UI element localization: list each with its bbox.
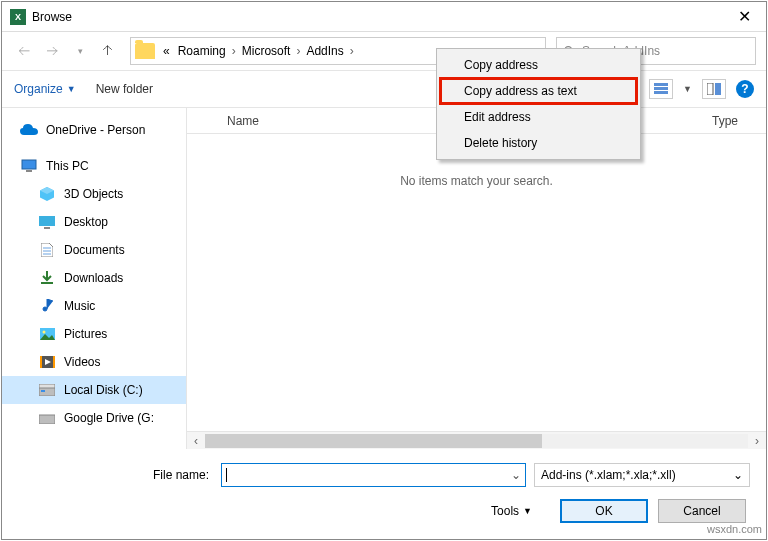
svg-rect-3 (654, 87, 668, 90)
recent-dropdown[interactable]: ▾ (68, 39, 92, 63)
cloud-icon (20, 122, 38, 138)
sidebar: OneDrive - Person This PC 3D Objects Des… (2, 108, 187, 449)
chevron-down-icon[interactable]: ⌄ (511, 468, 521, 482)
ctx-edit-address[interactable]: Edit address (440, 104, 637, 130)
footer: File name: ⌄ Add-ins (*.xlam;*.xla;*.xll… (2, 449, 766, 539)
scroll-track[interactable] (205, 434, 748, 448)
chevron-down-icon: ▼ (523, 506, 532, 516)
cancel-button[interactable]: Cancel (658, 499, 746, 523)
watermark: wsxdn.com (707, 523, 762, 535)
sidebar-desktop[interactable]: Desktop (2, 208, 186, 236)
drive-icon (38, 410, 56, 426)
svg-point-16 (42, 331, 45, 334)
tools-button[interactable]: Tools ▼ (491, 504, 532, 518)
scroll-left-icon[interactable]: ‹ (187, 434, 205, 448)
sidebar-videos[interactable]: Videos (2, 348, 186, 376)
titlebar: X Browse ✕ (2, 2, 766, 32)
view-mode-button[interactable] (649, 79, 673, 99)
filetype-filter[interactable]: Add-ins (*.xlam;*.xla;*.xll) ⌄ (534, 463, 750, 487)
svg-rect-22 (41, 390, 45, 392)
close-button[interactable]: ✕ (730, 3, 758, 31)
sidebar-thispc[interactable]: This PC (2, 152, 186, 180)
music-icon (38, 298, 56, 314)
svg-rect-7 (22, 160, 36, 169)
address-context-menu: Copy address Copy address as text Edit a… (436, 48, 641, 160)
chevron-down-icon[interactable]: ▼ (683, 84, 692, 94)
monitor-icon (20, 158, 38, 174)
window-title: Browse (32, 10, 730, 24)
chevron-down-icon: ▼ (67, 84, 76, 94)
browse-dialog: X Browse ✕ 🡠 🡢 ▾ 🡡 « Roaming › Microsoft… (1, 1, 767, 540)
scroll-right-icon[interactable]: › (748, 434, 766, 448)
svg-rect-6 (715, 83, 721, 95)
ok-button[interactable]: OK (560, 499, 648, 523)
text-caret (226, 468, 227, 482)
nav-row: 🡠 🡢 ▾ 🡡 « Roaming › Microsoft › AddIns ›… (2, 32, 766, 70)
sidebar-local-disk[interactable]: Local Disk (C:) (2, 376, 186, 404)
svg-rect-21 (39, 384, 55, 388)
svg-rect-4 (654, 91, 668, 94)
up-button[interactable]: 🡡 (96, 39, 120, 63)
svg-rect-5 (707, 83, 713, 95)
crumb-addins[interactable]: AddIns (302, 44, 347, 58)
chevron-down-icon: ⌄ (733, 468, 743, 482)
sidebar-google-drive[interactable]: Google Drive (G: (2, 404, 186, 432)
breadcrumb-pre[interactable]: « (159, 44, 174, 58)
forward-button: 🡢 (40, 39, 64, 63)
button-row: Tools ▼ OK Cancel (18, 499, 750, 523)
ctx-copy-address[interactable]: Copy address (440, 52, 637, 78)
svg-rect-2 (654, 83, 668, 86)
ctx-delete-history[interactable]: Delete history (440, 130, 637, 156)
sidebar-downloads[interactable]: Downloads (2, 264, 186, 292)
desktop-icon (38, 214, 56, 230)
document-icon (38, 242, 56, 258)
organize-button[interactable]: Organize ▼ (14, 82, 76, 96)
cube-icon (38, 186, 56, 202)
col-type[interactable]: Type (712, 114, 738, 128)
chevron-right-icon: › (294, 44, 302, 58)
svg-rect-10 (44, 227, 50, 229)
sidebar-3d-objects[interactable]: 3D Objects (2, 180, 186, 208)
ctx-copy-as-text[interactable]: Copy address as text (440, 78, 637, 104)
chevron-right-icon: › (230, 44, 238, 58)
filename-input[interactable]: ⌄ (221, 463, 526, 487)
chevron-right-icon: › (348, 44, 356, 58)
svg-rect-18 (40, 356, 42, 368)
crumb-microsoft[interactable]: Microsoft (238, 44, 295, 58)
sidebar-pictures[interactable]: Pictures (2, 320, 186, 348)
svg-rect-23 (39, 415, 55, 424)
preview-pane-button[interactable] (702, 79, 726, 99)
pictures-icon (38, 326, 56, 342)
scroll-thumb[interactable] (205, 434, 542, 448)
sidebar-documents[interactable]: Documents (2, 236, 186, 264)
sidebar-music[interactable]: Music (2, 292, 186, 320)
download-icon (38, 270, 56, 286)
svg-rect-19 (53, 356, 55, 368)
folder-icon (135, 43, 155, 59)
back-button[interactable]: 🡠 (12, 39, 36, 63)
sidebar-onedrive[interactable]: OneDrive - Person (2, 116, 186, 144)
svg-rect-9 (39, 216, 55, 226)
body: OneDrive - Person This PC 3D Objects Des… (2, 108, 766, 449)
filename-label: File name: (18, 468, 213, 482)
file-row: File name: ⌄ Add-ins (*.xlam;*.xla;*.xll… (18, 463, 750, 487)
svg-rect-8 (26, 170, 32, 172)
video-icon (38, 354, 56, 370)
help-button[interactable]: ? (736, 80, 754, 98)
disk-icon (38, 382, 56, 398)
excel-icon: X (10, 9, 26, 25)
toolbar: Organize ▼ New folder ▼ ? (2, 70, 766, 108)
new-folder-button[interactable]: New folder (96, 82, 153, 96)
scrollbar-horizontal[interactable]: ‹ › (187, 431, 766, 449)
crumb-roaming[interactable]: Roaming (174, 44, 230, 58)
